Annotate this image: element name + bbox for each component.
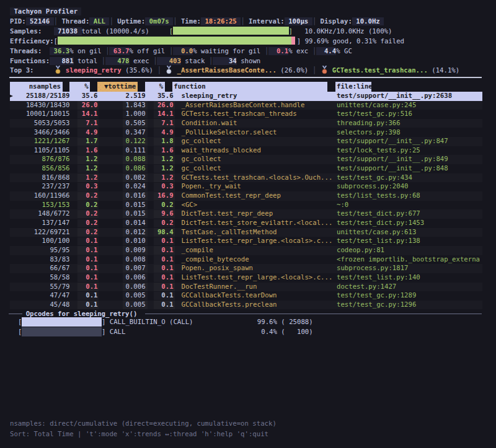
table-row[interactable]: 1105/11051.60.1111.6wait_threads_blocked… — [10, 146, 482, 156]
table-row[interactable]: 137/1470.20.0140.2DictTest.test_store_ev… — [10, 219, 482, 228]
cell-pct1: 0.2 — [72, 191, 98, 201]
cell-nsamples: 137/147 — [10, 219, 70, 228]
table-row[interactable]: 66/670.10.0070.1Popen._posix_spawnsubpro… — [10, 264, 482, 273]
table-row[interactable]: 3466/34664.90.3474.9_PollLikeSelector.se… — [10, 128, 482, 138]
table-row[interactable]: 10001/1001514.11.00014.1GCTests.test_tra… — [10, 110, 482, 119]
top3-entry-name: GCTests.test_trashcan... — [332, 66, 428, 74]
cell-fileline: doctest.py:1427 — [337, 283, 396, 292]
cell-tottime: 1.000 — [99, 110, 146, 119]
status-value: ALL — [89, 17, 109, 25]
cell-tottime: 0.006 — [99, 283, 146, 292]
cell-function: Condition.wait — [182, 119, 237, 128]
opcode-stat: 0.4% ( 100) — [251, 327, 313, 337]
cell-nsamples: 5053/5053 — [10, 119, 70, 128]
table-row[interactable]: 876/8761.20.0881.2gc_collecttest/support… — [10, 155, 482, 164]
cell-fileline: <frozen importlib._bootstrap_externa — [337, 255, 480, 265]
table-row[interactable]: 122/697210.20.01298.4TestCase._callTestM… — [10, 228, 482, 237]
cell-tottime: 0.005 — [99, 291, 146, 301]
table-row[interactable]: 95/950.10.0090.1_compilecodeop.py:81 — [10, 246, 482, 255]
cell-nsamples: 18430/18430 — [10, 101, 70, 110]
opcode-row: [ ] CALL 0.4% ( 100) — [0, 327, 496, 337]
table-row[interactable]: 83/830.10.0080.1_compile_bytecode<frozen… — [10, 255, 482, 265]
cell-tottime: 0.088 — [99, 155, 146, 164]
column-header-function[interactable]: function — [172, 82, 328, 92]
table-row[interactable]: 1221/12671.70.1221.8gc_collecttest/suppo… — [10, 137, 482, 146]
table-row[interactable]: 58/580.10.0060.1ListTest.test_repr_large… — [10, 273, 482, 283]
table-top-separator — [9, 77, 482, 78]
table-row[interactable]: 18430/1843026.01.84326.0_AssertRaisesBas… — [10, 101, 482, 110]
cell-function: GCCallbackTests.preclean — [182, 301, 277, 310]
cell-tottime: 0.505 — [99, 119, 146, 128]
table-row[interactable]: 25188/2518935.62.51935.6sleeping_retryte… — [10, 92, 482, 101]
cell-fileline: test/test_gc.py:1289 — [337, 291, 416, 301]
cell-pct2: 1.8 — [148, 137, 174, 146]
cell-fileline: test/support/__init__.py:849 — [337, 155, 448, 164]
column-header-pct1[interactable]: % — [69, 82, 90, 92]
cell-function: _PollLikeSelector.select — [182, 128, 277, 138]
cell-function: gc_collect — [182, 137, 221, 146]
cell-function: gc_collect — [182, 164, 221, 173]
cell-tottime: 0.086 — [99, 164, 146, 173]
status-text: (26.0%) — [277, 66, 312, 74]
cell-nsamples: 45/48 — [10, 301, 70, 310]
table-row[interactable]: 5053/50537.10.5057.1Condition.waitthread… — [10, 119, 482, 128]
status-label: Uptime: — [113, 17, 145, 25]
table-row[interactable]: 100/1000.10.0100.1ListTest.test_repr_lar… — [10, 237, 482, 246]
table-row[interactable]: 816/8681.20.0821.2GCTests.test_trashcan.… — [10, 173, 482, 183]
cell-fileline: test/test_dict.py:677 — [337, 209, 420, 219]
cell-pct2: 0.1 — [148, 246, 174, 255]
status-text: % GC — [336, 47, 352, 55]
cell-pct2: 0.1 — [148, 291, 174, 301]
cell-function: DictTest.test_store_evilattr.<local... — [182, 219, 333, 228]
silver-medal-icon — [165, 66, 173, 74]
table-row[interactable]: 47/470.10.0050.1GCCallbackTests.tearDown… — [10, 291, 482, 301]
table-row[interactable]: 148/67720.20.0159.6DictTest.test_repr_de… — [10, 209, 482, 219]
status-line-threads: Threads: 36.3% on gil │ 63.7% off gil │ … — [10, 46, 352, 56]
cell-pct1: 0.1 — [72, 283, 98, 292]
cell-function: GCCallbackTests.tearDown — [182, 291, 277, 301]
status-value: 881 — [50, 57, 74, 65]
column-header-nsamples[interactable]: nsamples — [10, 82, 63, 92]
cell-pct2: 9.6 — [148, 209, 174, 219]
cell-fileline: subprocess.py:2040 — [337, 182, 408, 191]
status-text — [42, 27, 53, 35]
cell-tottime: 0.012 — [99, 228, 146, 237]
cell-pct1: 1.6 — [72, 146, 98, 156]
status-text — [293, 27, 304, 35]
table-row[interactable]: 45/480.10.0050.1GCCallbackTests.preclean… — [10, 301, 482, 310]
status-value: 18:26:25 — [201, 17, 241, 25]
table-row[interactable]: 55/790.10.0060.1DocTestRunner.__rundocte… — [10, 283, 482, 292]
cell-function: TestCase._callTestMethod — [182, 228, 277, 237]
column-header-fileline[interactable]: file:line — [335, 82, 371, 92]
footer-help-line1: nsamples: direct/cumulative (direct=exec… — [10, 419, 277, 428]
opcode-name: CALL — [110, 327, 126, 337]
status-value: 0m07s — [145, 17, 173, 25]
opcode-bracket-close: ] — [102, 327, 105, 337]
cell-fileline: test/test_list.py:138 — [337, 237, 420, 246]
cell-pct1: 35.6 — [72, 92, 98, 101]
samples-bar — [173, 27, 289, 35]
cell-pct2: 7.1 — [148, 119, 174, 128]
table-row[interactable]: 237/2370.30.0240.3Popen._try_waitsubproc… — [10, 182, 482, 191]
efficiency-bar-good — [58, 37, 291, 45]
cell-function: _compile — [182, 246, 213, 255]
cell-tottime: 0.016 — [99, 191, 146, 201]
cell-nsamples: 122/69721 — [10, 228, 70, 237]
cell-pct1: 0.2 — [72, 219, 98, 228]
cell-fileline: unittest/case.py:245 — [337, 101, 416, 110]
status-label: Interval: — [245, 17, 285, 25]
cell-nsamples: 95/95 — [10, 246, 70, 255]
cell-nsamples: 153/153 — [10, 201, 70, 210]
status-line-functions: Functions: 881 total │ 478 exec │ 403 st… — [10, 56, 260, 66]
table-row[interactable]: 160/119660.20.01616.9CommonTest.test_rep… — [10, 191, 482, 201]
status-text: total — [74, 57, 102, 65]
column-header-pct2[interactable]: % — [145, 82, 165, 92]
status-text: % off gil — [130, 47, 169, 55]
cell-tottime: 0.082 — [99, 173, 146, 183]
column-header-tottime-sorted[interactable]: ▼tottime — [97, 82, 138, 92]
status-value: 63.7 — [109, 47, 129, 55]
table-row[interactable]: 856/8561.20.0861.2gc_collecttest/support… — [10, 164, 482, 173]
table-row[interactable]: 153/1530.20.0150.2<GC>~:0 — [10, 201, 482, 210]
cell-pct2: 98.4 — [148, 228, 174, 237]
cell-function: gc_collect — [182, 155, 221, 164]
